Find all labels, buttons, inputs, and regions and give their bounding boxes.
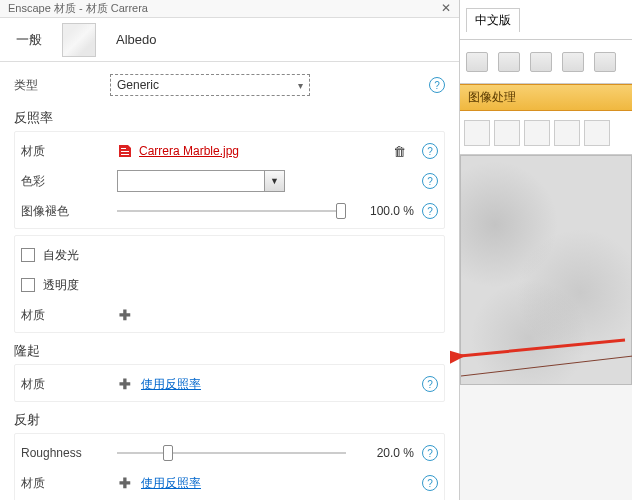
extra-group: 自发光 透明度 材质 ✚ xyxy=(14,235,445,333)
reflection-group: Roughness 20.0 % ? 材质 ✚ 使用反照率 ? Metallic xyxy=(14,433,445,500)
tint-label: 图像褪色 xyxy=(21,203,109,220)
albedo-texture-link[interactable]: Carrera Marble.jpg xyxy=(139,144,239,158)
bump-material-label: 材质 xyxy=(21,376,109,393)
tool-3-icon[interactable] xyxy=(524,120,550,146)
reflection-use-albedo-link[interactable]: 使用反照率 xyxy=(141,475,201,492)
print-icon[interactable] xyxy=(466,52,488,72)
host-section-header: 图像处理 xyxy=(460,84,632,111)
reflection-section-title: 反射 xyxy=(14,412,445,429)
chevron-down-icon: ▾ xyxy=(298,80,303,91)
help-icon[interactable]: ? xyxy=(422,376,438,392)
transparency-label: 透明度 xyxy=(43,277,79,294)
tool-1-icon[interactable] xyxy=(464,120,490,146)
trash-icon[interactable]: 🗑 xyxy=(393,144,406,159)
emissive-label: 自发光 xyxy=(43,247,79,264)
tool-2-icon[interactable] xyxy=(494,120,520,146)
roughness-value: 20.0 % xyxy=(356,446,414,460)
sketchup-file-icon xyxy=(117,143,133,159)
emissive-checkbox[interactable] xyxy=(21,248,35,262)
roughness-label: Roughness xyxy=(21,446,109,460)
albedo-material-label: 材质 xyxy=(21,143,109,160)
tint-value: 100.0 % xyxy=(356,204,414,218)
albedo-group: 材质 Carrera Marble.jpg 🗑 ? 色彩 ▼ xyxy=(14,131,445,229)
type-value: Generic xyxy=(117,78,159,92)
close-icon[interactable]: ✕ xyxy=(441,1,451,15)
albedo-section-title: 反照率 xyxy=(14,110,445,127)
color-picker[interactable]: ▼ xyxy=(117,170,285,192)
bump-section-title: 隆起 xyxy=(14,343,445,360)
roughness-slider[interactable] xyxy=(117,445,346,461)
material-thumbnail[interactable] xyxy=(62,23,96,57)
camera-icon[interactable] xyxy=(530,52,552,72)
tool-4-icon[interactable] xyxy=(554,120,580,146)
material2-label: 材质 xyxy=(21,307,109,324)
help-icon[interactable]: ? xyxy=(422,475,438,491)
plus-icon[interactable]: ✚ xyxy=(117,475,133,491)
help-icon[interactable]: ? xyxy=(422,445,438,461)
host-toolbar-2 xyxy=(460,111,632,155)
panel-title: Enscape 材质 - 材质 Carrera xyxy=(8,1,148,16)
color-swatch xyxy=(118,171,264,191)
host-tab-chinese[interactable]: 中文版 xyxy=(466,8,520,32)
help-icon[interactable]: ? xyxy=(422,173,438,189)
tab-albedo[interactable]: Albedo xyxy=(110,28,162,51)
color-label: 色彩 xyxy=(21,173,109,190)
help-icon[interactable]: ? xyxy=(429,77,445,93)
viewport-marble-preview xyxy=(460,155,632,385)
panel-body: 类型 Generic ▾ ? 反照率 材质 Carrera Marble.jpg… xyxy=(0,62,459,500)
type-dropdown[interactable]: Generic ▾ xyxy=(110,74,310,96)
panel-tabs: 一般 Albedo xyxy=(0,18,459,62)
material-editor-panel: Enscape 材质 - 材质 Carrera ✕ 一般 Albedo 类型 G… xyxy=(0,0,460,500)
host-app-background: 中文版 图像处理 xyxy=(460,0,632,500)
panel-titlebar: Enscape 材质 - 材质 Carrera ✕ xyxy=(0,0,459,18)
help-icon[interactable]: ? xyxy=(422,143,438,159)
plus-icon[interactable]: ✚ xyxy=(117,376,133,392)
export-icon[interactable] xyxy=(498,52,520,72)
plus-icon[interactable]: ✚ xyxy=(117,307,133,323)
chevron-down-icon[interactable]: ▼ xyxy=(264,171,284,191)
host-toolbar xyxy=(460,40,632,84)
tint-slider[interactable] xyxy=(117,203,346,219)
type-label: 类型 xyxy=(14,77,102,94)
tool-5-icon[interactable] xyxy=(584,120,610,146)
cloud-icon[interactable] xyxy=(562,52,584,72)
svg-line-0 xyxy=(461,356,632,376)
bump-group: 材质 ✚ 使用反照率 ? xyxy=(14,364,445,402)
bump-use-albedo-link[interactable]: 使用反照率 xyxy=(141,376,201,393)
tab-general[interactable]: 一般 xyxy=(10,27,48,53)
reflection-material-label: 材质 xyxy=(21,475,109,492)
help-icon[interactable]: ? xyxy=(422,203,438,219)
transparency-checkbox[interactable] xyxy=(21,278,35,292)
host-tabbar: 中文版 xyxy=(460,0,632,40)
add-icon[interactable] xyxy=(594,52,616,72)
